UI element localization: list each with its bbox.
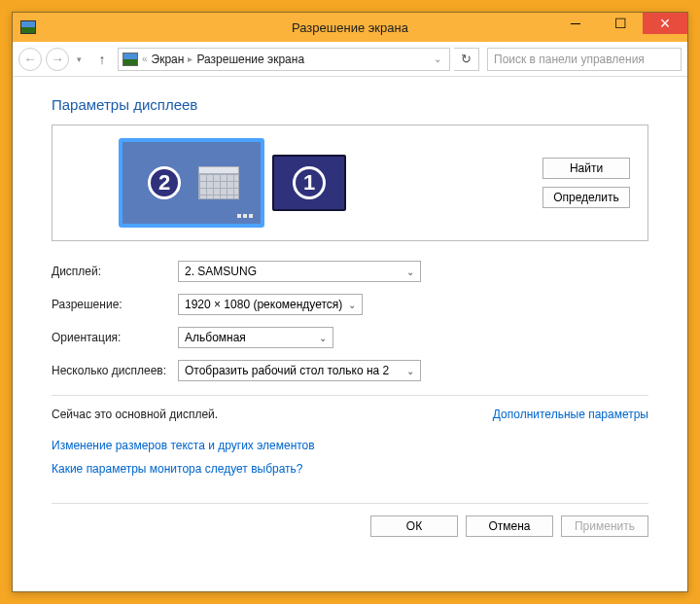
chevron-down-icon: ⌄ — [406, 366, 414, 376]
titlebar: Разрешение экрана ─ ☐ × — [13, 13, 687, 42]
apply-button[interactable]: Применить — [561, 515, 648, 537]
display-row: Дисплей: 2. SAMSUNG ⌄ — [52, 261, 648, 282]
content-area: Параметры дисплеев 2 1 Найти Определить … — [13, 77, 687, 591]
monitor-2-number: 2 — [148, 166, 181, 199]
help-links: Изменение размеров текста и других элеме… — [52, 439, 648, 476]
monitor-2[interactable]: 2 — [119, 138, 264, 228]
primary-display-text: Сейчас это основной дисплей. — [52, 408, 218, 421]
address-dropdown[interactable]: ⌄ — [430, 53, 445, 64]
chevron-down-icon: ⌄ — [406, 266, 414, 277]
chevron-down-icon: ⌄ — [348, 300, 356, 310]
cancel-button[interactable]: Отмена — [466, 515, 553, 537]
orientation-row: Ориентация: Альбомная ⌄ — [52, 327, 648, 348]
breadcrumb-screen[interactable]: Экран — [152, 53, 185, 66]
app-icon — [20, 20, 36, 34]
toolbar: ← → ▾ ↑ « Экран ▸ Разрешение экрана ⌄ ↻ — [13, 42, 687, 77]
separator — [52, 395, 648, 396]
taskbar-decor — [126, 214, 257, 219]
resolution-value: 1920 × 1080 (рекомендуется) — [185, 298, 342, 311]
multiple-displays-row: Несколько дисплеев: Отобразить рабочий с… — [52, 360, 648, 381]
multiple-displays-select[interactable]: Отобразить рабочий стол только на 2 ⌄ — [178, 360, 421, 381]
breadcrumb-prefix: « — [142, 53, 148, 64]
resolution-row: Разрешение: 1920 × 1080 (рекомендуется) … — [52, 294, 648, 315]
maximize-button[interactable]: ☐ — [598, 13, 643, 34]
display-select[interactable]: 2. SAMSUNG ⌄ — [178, 261, 421, 282]
back-button[interactable]: ← — [18, 48, 42, 71]
orientation-select[interactable]: Альбомная ⌄ — [178, 327, 333, 348]
monitor-1-number: 1 — [293, 166, 326, 199]
forward-button[interactable]: → — [46, 48, 69, 71]
up-button[interactable]: ↑ — [90, 48, 114, 71]
which-settings-link[interactable]: Какие параметры монитора следует выбрать… — [52, 462, 648, 476]
display-arrangement-panel: 2 1 Найти Определить — [52, 124, 648, 241]
display-icon — [122, 53, 138, 66]
text-size-link[interactable]: Изменение размеров текста и других элеме… — [52, 439, 648, 452]
arrangement-buttons: Найти Определить — [542, 158, 630, 208]
monitor-1[interactable]: 1 — [272, 155, 346, 211]
page-heading: Параметры дисплеев — [52, 96, 648, 113]
chevron-down-icon: ⌄ — [319, 333, 327, 343]
breadcrumb-separator: ▸ — [188, 53, 192, 64]
close-button[interactable]: × — [643, 13, 687, 34]
display-value: 2. SAMSUNG — [185, 265, 257, 278]
resolution-select[interactable]: 1920 × 1080 (рекомендуется) ⌄ — [178, 294, 363, 315]
history-dropdown[interactable]: ▾ — [73, 54, 87, 64]
orientation-value: Альбомная — [185, 331, 246, 344]
address-bar[interactable]: « Экран ▸ Разрешение экрана ⌄ — [118, 48, 450, 71]
window: Разрешение экрана ─ ☐ × ← → ▾ ↑ « Экран … — [12, 12, 688, 592]
search-box[interactable] — [487, 48, 682, 71]
orientation-label: Ориентация: — [52, 331, 178, 344]
action-bar: ОК Отмена Применить — [52, 503, 648, 537]
grid-icon — [198, 166, 239, 199]
refresh-button[interactable]: ↻ — [454, 48, 479, 71]
window-controls: ─ ☐ × — [553, 13, 687, 42]
multiple-displays-label: Несколько дисплеев: — [52, 364, 178, 377]
multiple-displays-value: Отобразить рабочий стол только на 2 — [185, 364, 389, 377]
identify-button[interactable]: Определить — [542, 187, 630, 208]
find-button[interactable]: Найти — [542, 158, 630, 179]
advanced-settings-link[interactable]: Дополнительные параметры — [493, 408, 648, 421]
display-settings-form: Дисплей: 2. SAMSUNG ⌄ Разрешение: 1920 ×… — [52, 261, 648, 381]
minimize-button[interactable]: ─ — [553, 13, 598, 34]
monitors-preview: 2 1 — [119, 138, 346, 228]
breadcrumb-resolution[interactable]: Разрешение экрана — [196, 53, 304, 66]
ok-button[interactable]: ОК — [370, 515, 458, 537]
resolution-label: Разрешение: — [52, 298, 178, 311]
primary-display-info-row: Сейчас это основной дисплей. Дополнитель… — [52, 408, 648, 421]
search-input[interactable] — [494, 53, 675, 66]
display-label: Дисплей: — [52, 265, 178, 278]
